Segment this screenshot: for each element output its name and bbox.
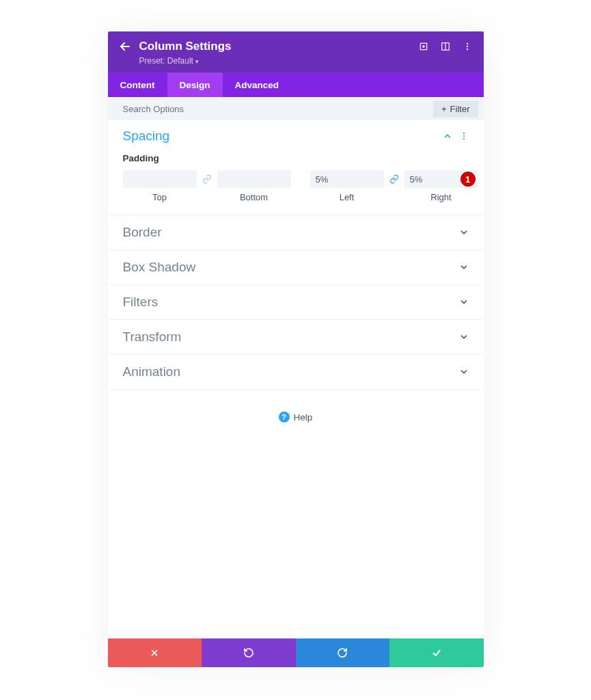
- padding-bottom-label: Bottom: [240, 192, 268, 202]
- section-border-title: Border: [123, 225, 162, 240]
- chevron-up-icon[interactable]: [443, 131, 452, 141]
- section-animation[interactable]: Animation: [108, 355, 484, 390]
- save-button[interactable]: [389, 638, 484, 667]
- svg-point-9: [463, 138, 464, 139]
- section-spacing: Spacing Padding Top Bottom: [108, 120, 484, 215]
- preset-selector[interactable]: Preset: Default ▾: [139, 56, 473, 66]
- chevron-down-icon: [459, 367, 469, 377]
- svg-point-8: [463, 135, 464, 137]
- svg-point-6: [466, 49, 467, 50]
- padding-label: Padding: [123, 153, 469, 163]
- more-icon[interactable]: [462, 41, 473, 52]
- preset-value: Default: [167, 56, 193, 66]
- help-icon: ?: [279, 412, 290, 422]
- padding-bottom-input[interactable]: [217, 170, 291, 188]
- chevron-down-icon: [459, 332, 469, 342]
- section-transform-title: Transform: [123, 329, 182, 345]
- chevron-down-icon: ▾: [195, 58, 199, 65]
- modal-footer: [108, 638, 484, 667]
- svg-point-7: [463, 133, 464, 134]
- cancel-button[interactable]: [108, 638, 202, 667]
- tab-content[interactable]: Content: [108, 72, 167, 97]
- annotation-badge: 1: [461, 172, 476, 187]
- padding-left-col: Left: [310, 170, 384, 202]
- undo-button[interactable]: [202, 638, 296, 667]
- padding-right-label: Right: [430, 192, 451, 202]
- filter-label: Filter: [450, 104, 470, 114]
- chevron-down-icon: [459, 262, 469, 272]
- filter-button[interactable]: + Filter: [433, 100, 478, 118]
- section-spacing-title: Spacing: [123, 129, 170, 144]
- link-icon[interactable]: [389, 170, 399, 188]
- padding-top-input[interactable]: [123, 170, 197, 188]
- redo-button[interactable]: [296, 638, 390, 667]
- help-link[interactable]: ? Help: [108, 399, 484, 435]
- section-spacing-icons: [443, 131, 469, 141]
- section-spacing-head[interactable]: Spacing: [123, 129, 469, 144]
- tab-advanced[interactable]: Advanced: [223, 72, 292, 97]
- padding-bottom-col: Bottom: [217, 170, 291, 202]
- check-icon: [431, 647, 442, 658]
- search-row: + Filter: [108, 97, 484, 120]
- padding-grid: Top Bottom Left Right 1: [123, 170, 469, 202]
- section-border[interactable]: Border: [108, 215, 484, 250]
- svg-point-1: [422, 46, 424, 47]
- chevron-down-icon: [459, 297, 469, 307]
- column-settings-modal: Column Settings Preset: Default ▾ Conten…: [108, 31, 484, 667]
- padding-top-col: Top: [123, 170, 197, 202]
- modal-header: Column Settings Preset: Default ▾: [108, 31, 484, 72]
- header-icon-group: [418, 41, 473, 52]
- plus-icon: +: [441, 104, 447, 114]
- undo-icon: [243, 647, 254, 658]
- section-boxshadow[interactable]: Box Shadow: [108, 250, 484, 285]
- target-icon[interactable]: [418, 41, 429, 52]
- back-arrow-icon[interactable]: [119, 40, 131, 53]
- tab-bar: Content Design Advanced: [108, 72, 484, 97]
- section-transform[interactable]: Transform: [108, 320, 484, 355]
- tab-design[interactable]: Design: [167, 72, 223, 97]
- modal-title: Column Settings: [139, 40, 232, 53]
- responsive-icon[interactable]: [440, 41, 451, 52]
- help-label: Help: [294, 412, 313, 422]
- section-boxshadow-title: Box Shadow: [123, 260, 196, 275]
- preset-label: Preset:: [139, 56, 165, 66]
- section-filters[interactable]: Filters: [108, 285, 484, 320]
- more-icon[interactable]: [459, 131, 469, 141]
- chevron-down-icon: [459, 228, 469, 237]
- redo-icon: [337, 647, 348, 658]
- close-icon: [150, 648, 159, 658]
- svg-point-5: [466, 46, 467, 47]
- padding-top-label: Top: [152, 192, 167, 202]
- link-icon[interactable]: [202, 170, 212, 188]
- section-animation-title: Animation: [123, 364, 181, 379]
- padding-left-label: Left: [340, 192, 355, 202]
- padding-left-input[interactable]: [310, 170, 384, 188]
- svg-point-4: [466, 43, 467, 44]
- search-input[interactable]: [123, 104, 434, 114]
- section-filters-title: Filters: [123, 295, 159, 310]
